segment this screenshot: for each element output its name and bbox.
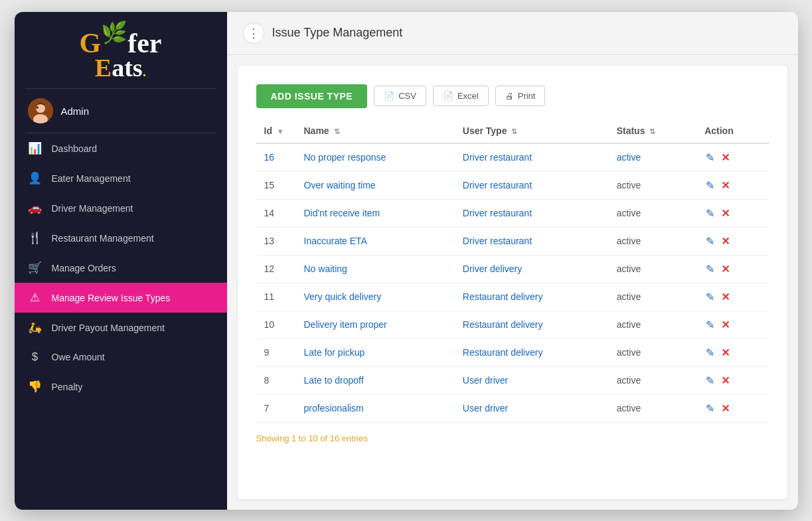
delete-button[interactable]: ✕ [720,178,731,193]
table-row: 8 Late to dropoff User driver active ✎ ✕ [256,366,769,394]
excel-export-button[interactable]: 📄 Excel [433,86,489,106]
csv-export-button[interactable]: 📄 CSV [374,86,426,106]
row-status: active [609,171,697,199]
row-id: 16 [256,143,296,172]
owe-amount-label: Owe Amount [52,351,105,363]
sidebar-user: Admin [15,89,227,133]
logo-eats-e: E [95,54,112,82]
sidebar-username: Admin [61,106,90,117]
manage-review-issue-types-icon: ⚠ [28,291,42,305]
col-name[interactable]: Name ⇅ [296,119,455,143]
logo-crown: 🌿 [101,21,127,44]
edit-button[interactable]: ✎ [704,401,716,416]
svg-point-3 [36,106,39,109]
edit-button[interactable]: ✎ [704,345,716,360]
row-id: 15 [256,171,296,199]
delete-button[interactable]: ✕ [720,317,731,333]
delete-button[interactable]: ✕ [720,234,731,249]
row-name: profesionalism [296,394,455,422]
edit-button[interactable]: ✎ [704,317,716,333]
edit-button[interactable]: ✎ [704,206,716,221]
col-status[interactable]: Status ⇅ [609,119,697,143]
row-action: ✎ ✕ [696,366,768,394]
avatar-svg [28,98,53,123]
edit-button[interactable]: ✎ [704,289,716,305]
table-row: 15 Over waiting time Driver restaurant a… [256,171,769,199]
table-row: 13 Inaccurate ETA Driver restaurant acti… [256,227,769,255]
row-action: ✎ ✕ [696,143,768,172]
logo-eats-ats: ats [112,54,142,82]
sidebar-item-driver-management[interactable]: 🚗 Driver Management [15,193,227,223]
row-action: ✎ ✕ [696,311,768,338]
edit-button[interactable]: ✎ [704,150,716,165]
row-user-type: Driver delivery [455,255,609,283]
delete-button[interactable]: ✕ [720,261,731,277]
main-body: ADD ISSUE TYPE 📄 CSV 📄 Excel 🖨 Print [238,66,787,499]
row-action: ✎ ✕ [696,227,768,255]
eater-management-icon: 👤 [28,171,42,185]
row-status: active [609,338,697,366]
row-user-type: Restaurant delivery [455,338,609,366]
row-name: Late to dropoff [296,366,455,394]
avatar-image [28,98,53,123]
sidebar: G🌿fer Eats. [15,12,227,510]
row-status: active [609,227,697,255]
delete-button[interactable]: ✕ [720,289,731,305]
row-status: active [609,366,697,394]
sidebar-item-manage-orders[interactable]: 🛒 Manage Orders [15,253,227,283]
table-header: Id ▼ Name ⇅ User Type ⇅ Status ⇅ Action [256,119,769,143]
dashboard-icon: 📊 [28,141,42,155]
delete-button[interactable]: ✕ [720,206,731,221]
main-header: ⋮ Issue Type Management [227,12,798,55]
col-user-type[interactable]: User Type ⇅ [455,119,609,143]
sidebar-item-dashboard[interactable]: 📊 Dashboard [15,133,227,163]
excel-label: Excel [457,91,479,101]
row-status: active [609,143,697,172]
header-menu-button[interactable]: ⋮ [243,23,264,44]
sidebar-item-driver-payout-management[interactable]: 🛵 Driver Payout Management [15,313,227,342]
row-user-type: Driver restaurant [455,199,609,227]
manage-review-issue-types-label: Manage Review Issue Types [52,292,171,304]
row-name: Late for pickup [296,338,455,366]
sidebar-item-manage-review-issue-types[interactable]: ⚠ Manage Review Issue Types [15,283,227,313]
row-id: 14 [256,199,296,227]
add-issue-type-button[interactable]: ADD ISSUE TYPE [256,84,368,108]
sidebar-item-eater-management[interactable]: 👤 Eater Management [15,163,227,193]
app-container: G🌿fer Eats. [15,12,798,510]
row-action: ✎ ✕ [696,394,768,422]
row-user-type: User driver [455,366,609,394]
driver-management-icon: 🚗 [28,201,42,215]
delete-button[interactable]: ✕ [720,401,731,416]
edit-button[interactable]: ✎ [704,234,716,249]
sort-name-icon: ⇅ [334,127,340,135]
delete-button[interactable]: ✕ [720,373,731,388]
sidebar-item-restaurant-management[interactable]: 🍴 Restaurant Management [15,223,227,253]
issue-types-table: Id ▼ Name ⇅ User Type ⇅ Status ⇅ Action … [256,119,769,423]
sidebar-logo: G🌿fer Eats. [15,12,227,89]
row-user-type: User driver [455,394,609,422]
driver-payout-management-icon: 🛵 [28,321,42,335]
row-status: active [609,255,697,283]
edit-button[interactable]: ✎ [704,178,716,193]
print-button[interactable]: 🖨 Print [495,86,546,106]
penalty-icon: 👎 [28,380,42,394]
sidebar-item-penalty[interactable]: 👎 Penalty [15,372,227,402]
row-action: ✎ ✕ [696,199,768,227]
table-row: 10 Delivery item proper Restaurant deliv… [256,311,769,338]
col-id[interactable]: Id ▼ [256,119,296,143]
row-id: 10 [256,311,296,338]
edit-button[interactable]: ✎ [704,373,716,388]
csv-icon: 📄 [384,91,394,101]
sort-id-icon: ▼ [277,127,284,135]
delete-button[interactable]: ✕ [720,345,731,360]
table-row: 11 Very quick delivery Restaurant delive… [256,283,769,311]
row-user-type: Driver restaurant [455,171,609,199]
table-row: 12 No waiting Driver delivery active ✎ ✕ [256,255,769,283]
toolbar: ADD ISSUE TYPE 📄 CSV 📄 Excel 🖨 Print [256,84,769,108]
table-header-row: Id ▼ Name ⇅ User Type ⇅ Status ⇅ Action [256,119,769,143]
edit-button[interactable]: ✎ [704,261,716,277]
delete-button[interactable]: ✕ [720,150,731,165]
owe-amount-icon: $ [28,350,42,364]
sidebar-item-owe-amount[interactable]: $ Owe Amount [15,342,227,372]
avatar [28,98,53,123]
